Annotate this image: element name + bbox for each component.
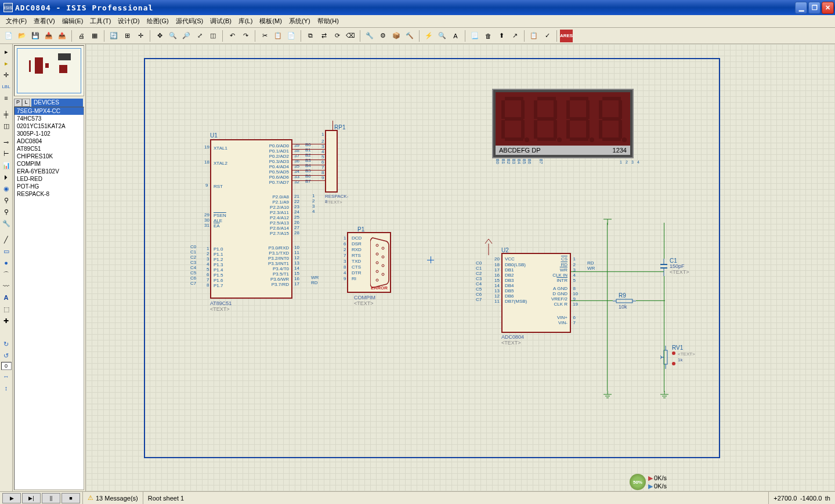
package-icon[interactable]: 📦 xyxy=(390,30,403,42)
component-c1[interactable]: C1 150pF <TEXT> xyxy=(659,259,668,277)
device-item[interactable]: 3005P-1-102 xyxy=(15,130,84,137)
device-item[interactable]: COMPIM xyxy=(15,160,84,168)
pan-icon[interactable]: ✥ xyxy=(153,30,166,42)
cut-icon[interactable]: ✂ xyxy=(258,30,271,42)
junction-tool-icon[interactable]: ✛ xyxy=(1,70,12,80)
export-icon[interactable]: 📤 xyxy=(56,30,68,42)
wire-auto-icon[interactable]: ⚡ xyxy=(422,30,435,42)
power-vcc[interactable] xyxy=(603,216,612,226)
component-rp1[interactable]: RP1 1 2 3 4 5 6 7 8 9 RESPACK-8 <TEXT> xyxy=(325,130,338,193)
menu-help[interactable]: 帮助(H) xyxy=(314,16,342,27)
block-delete-icon[interactable]: ⌫ xyxy=(344,30,357,42)
arc-tool-icon[interactable]: ⌒ xyxy=(1,269,12,280)
canvas-area[interactable]: U1 XTAL119 XTAL218 RST9 PSEN29 ALE30 EA3… xyxy=(86,44,835,491)
device-list[interactable]: 7SEG-MPX4-CC 74HC573 0201YC151KAT2A 3005… xyxy=(14,107,84,490)
text-tool-icon[interactable]: ≡ xyxy=(1,93,12,103)
device-item[interactable]: CHIPRES10K xyxy=(15,153,84,160)
search-icon[interactable]: 🔍 xyxy=(436,30,449,42)
zoom-in-icon[interactable]: 🔍 xyxy=(167,30,179,42)
box-tool-icon[interactable]: ▭ xyxy=(1,246,12,256)
redo-icon[interactable]: ↷ xyxy=(239,30,252,42)
ares-icon[interactable]: ARES xyxy=(560,30,573,42)
import-icon[interactable]: 📥 xyxy=(42,30,55,42)
device-item[interactable]: POT-HG xyxy=(15,183,84,190)
instrument-tool-icon[interactable]: 🔧 xyxy=(1,218,12,229)
flip-v-icon[interactable]: ↕ xyxy=(1,383,12,393)
pin-tool-icon[interactable]: ⊢ xyxy=(1,148,12,159)
probe-i-tool-icon[interactable]: ⚲ xyxy=(1,206,12,217)
panel-tab-p[interactable]: P xyxy=(14,99,22,107)
subcircuit-tool-icon[interactable]: ◫ xyxy=(1,121,12,131)
zoom-all-icon[interactable]: ⤢ xyxy=(193,30,206,42)
menu-debug[interactable]: 调试(B) xyxy=(207,16,235,27)
maximize-button[interactable]: ❐ xyxy=(808,2,820,14)
component-rv1[interactable]: RV1 <TEXT> 1k xyxy=(660,346,671,370)
component-u1[interactable]: U1 XTAL119 XTAL218 RST9 PSEN29 ALE30 EA3… xyxy=(210,139,292,299)
new-icon[interactable]: 📄 xyxy=(2,30,15,42)
device-item[interactable]: RESPACK-8 xyxy=(15,190,84,198)
rotate-cw-icon[interactable]: ↻ xyxy=(1,339,12,349)
menu-template[interactable]: 模板(M) xyxy=(256,16,285,27)
erc-icon[interactable]: ✓ xyxy=(541,30,554,42)
menu-design[interactable]: 设计(D) xyxy=(114,16,143,27)
text2d-tool-icon[interactable]: A xyxy=(1,292,12,303)
component-u2[interactable]: U2 20VCC 18DB0(LSB) 17DB1 16DB2 15DB3 14… xyxy=(501,253,571,333)
menu-edit[interactable]: 编辑(E) xyxy=(59,16,87,27)
goto-sheet-icon[interactable]: ↗ xyxy=(508,30,521,42)
menu-source[interactable]: 源代码(S) xyxy=(172,16,207,27)
refresh-icon[interactable]: 🔄 xyxy=(107,30,120,42)
component-tool-icon[interactable]: ▸ xyxy=(1,58,12,68)
make-icon[interactable]: ⚙ xyxy=(377,30,389,42)
sim-stop-button[interactable]: ■ xyxy=(62,493,80,503)
component-r9[interactable]: R9 10k xyxy=(613,298,636,305)
grid-icon[interactable]: ⊞ xyxy=(121,30,133,42)
block-rotate-icon[interactable]: ⟳ xyxy=(331,30,344,42)
zoom-area-icon[interactable]: ◫ xyxy=(207,30,219,42)
decompose-icon[interactable]: 🔨 xyxy=(403,30,416,42)
line-tool-icon[interactable]: ╱ xyxy=(1,234,12,245)
device-item[interactable]: ERA-6YEB102V xyxy=(15,168,84,175)
menu-graphics[interactable]: 绘图(G) xyxy=(143,16,172,27)
power-vcc-u2[interactable] xyxy=(484,239,493,256)
block-move-icon[interactable]: ⇄ xyxy=(317,30,330,42)
circle-tool-icon[interactable]: ● xyxy=(1,258,12,268)
panel-tab-l[interactable]: L xyxy=(22,99,30,107)
ground-icon[interactable] xyxy=(603,391,612,400)
menu-tools[interactable]: 工具(T) xyxy=(86,16,114,27)
marker-tool-icon[interactable]: ✚ xyxy=(1,316,12,326)
copy-icon[interactable]: 📋 xyxy=(272,30,284,42)
device-item[interactable]: 0201YC151KAT2A xyxy=(15,122,84,130)
select-tool-icon[interactable]: ▸ xyxy=(1,46,12,57)
sim-play-button[interactable]: ▶ xyxy=(2,493,21,503)
menu-file[interactable]: 文件(F) xyxy=(2,16,30,27)
path-tool-icon[interactable]: 〰 xyxy=(1,281,12,291)
menu-system[interactable]: 系统(Y) xyxy=(285,16,314,27)
zoom-out-icon[interactable]: 🔎 xyxy=(180,30,193,42)
device-item[interactable]: 74HC573 xyxy=(15,115,84,122)
property-icon[interactable]: A xyxy=(449,30,462,42)
tape-tool-icon[interactable]: ⏵ xyxy=(1,172,12,182)
paste-icon[interactable]: 📄 xyxy=(285,30,298,42)
close-button[interactable]: ✕ xyxy=(822,2,834,14)
component-7seg[interactable]: ABCDEFG DP 1234 xyxy=(492,89,634,158)
minimize-button[interactable]: ▁ xyxy=(795,2,807,14)
menu-library[interactable]: 库(L) xyxy=(235,16,256,27)
flip-h-icon[interactable]: ↔ xyxy=(1,371,12,382)
ground-icon[interactable] xyxy=(660,391,668,400)
print-icon[interactable]: 🖨 xyxy=(75,30,88,42)
overview[interactable] xyxy=(14,45,84,96)
sim-pause-button[interactable]: || xyxy=(42,493,60,503)
exit-sheet-icon[interactable]: ⬆ xyxy=(495,30,508,42)
canvas[interactable]: U1 XTAL119 XTAL218 RST9 PSEN29 ALE30 EA3… xyxy=(86,44,835,491)
bus-tool-icon[interactable]: ╪ xyxy=(1,109,12,119)
device-item[interactable]: ADC0804 xyxy=(15,137,84,145)
new-sheet-icon[interactable]: 📃 xyxy=(468,30,481,42)
device-item[interactable]: 7SEG-MPX4-CC xyxy=(15,107,84,115)
symbol-tool-icon[interactable]: ⬚ xyxy=(1,304,12,314)
label-tool-icon[interactable]: LBL xyxy=(1,81,12,92)
save-icon[interactable]: 💾 xyxy=(29,30,42,42)
open-icon[interactable]: 📂 xyxy=(16,30,28,42)
generator-tool-icon[interactable]: ◉ xyxy=(1,183,12,194)
rotate-ccw-icon[interactable]: ↺ xyxy=(1,350,12,361)
sim-step-button[interactable]: ▶| xyxy=(22,493,41,503)
